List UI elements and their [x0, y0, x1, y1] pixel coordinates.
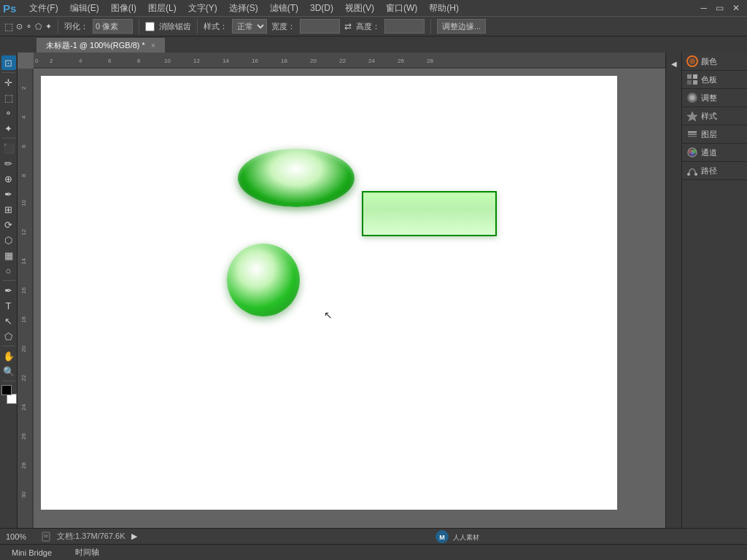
zoom-level: 100%: [6, 532, 35, 541]
svg-text:24: 24: [368, 58, 375, 64]
svg-text:10: 10: [20, 200, 27, 206]
tool-crop[interactable]: ⬛: [1, 141, 16, 155]
sep4: [430, 19, 431, 34]
styles-icon: [686, 110, 698, 122]
doc-arrow[interactable]: ▶: [131, 532, 137, 541]
svg-text:M: M: [439, 534, 445, 541]
tool-move[interactable]: ✛: [1, 75, 16, 90]
canvas-area: 0 2 4 6 8 10 12 14 16 18 20 22 24 26 28: [18, 52, 665, 528]
svg-rect-37: [693, 74, 697, 79]
svg-point-50: [690, 152, 694, 156]
svg-text:28: 28: [427, 58, 433, 64]
svg-rect-44: [688, 131, 697, 133]
width-input[interactable]: [300, 19, 340, 34]
window-minimize[interactable]: ─: [696, 3, 711, 13]
tool-sep4: [2, 346, 15, 346]
window-close[interactable]: ✕: [728, 3, 744, 13]
tool-text[interactable]: T: [1, 298, 16, 313]
menu-3d[interactable]: 3D(D): [304, 1, 339, 15]
width-label: 宽度：: [271, 21, 295, 32]
svg-text:22: 22: [20, 375, 27, 381]
style-label: 样式：: [204, 21, 228, 32]
swap-icon[interactable]: ⇄: [344, 21, 352, 31]
tool-brush[interactable]: ✒: [1, 187, 16, 201]
color-swatches[interactable]: [1, 385, 17, 404]
collapse-icon[interactable]: ◀: [667, 57, 681, 70]
panel-adjustments-label: 调整: [701, 93, 717, 104]
document-tab[interactable]: 未标题-1 @ 100%(RGB/8) * ×: [36, 38, 165, 52]
tool-selection[interactable]: ⊡: [1, 55, 16, 70]
left-toolbar: ⊡ ✛ ⬚ ⚬ ✦ ⬛ ✏ ⊕ ✒ ⊞ ⟳ ⬡ ▦ ○ ✒ T ↖ ⬠ ✋ 🔍: [0, 52, 18, 528]
timeline-tab[interactable]: 时间轴: [69, 545, 105, 559]
ruler-left: 2 4 6 8 10 12 14 16 18 20 22 24 26 28 30: [18, 69, 34, 528]
tab-close[interactable]: ×: [151, 42, 155, 50]
center-logo-area: M 人人素材: [143, 529, 741, 544]
svg-text:28: 28: [20, 462, 27, 469]
tool-sep1: [2, 72, 15, 73]
svg-text:14: 14: [222, 58, 229, 64]
panel-channels[interactable]: 通道: [682, 144, 747, 162]
panel-layers[interactable]: 图层: [682, 125, 747, 144]
ruler-left-svg: 2 4 6 8 10 12 14 16 18 20 22 24 26 28 30: [18, 69, 34, 528]
height-label: 高度：: [356, 21, 380, 32]
tool-eraser[interactable]: ⬡: [1, 233, 16, 247]
menu-help[interactable]: 帮助(H): [423, 1, 465, 16]
shape-icon-oval: ⊙: [16, 22, 23, 31]
shape-icon-poly: ⬠: [35, 22, 42, 31]
svg-text:8: 8: [137, 58, 141, 64]
canvas-container: ↖: [34, 69, 665, 528]
svg-text:24: 24: [20, 404, 27, 411]
svg-rect-36: [687, 74, 692, 79]
tab-label: 未标题-1 @ 100%(RGB/8) *: [46, 40, 145, 51]
menu-select[interactable]: 选择(S): [223, 1, 264, 16]
tool-hand[interactable]: ✋: [1, 349, 16, 363]
height-input[interactable]: [384, 19, 425, 34]
tool-magic-wand[interactable]: ✦: [1, 121, 16, 136]
background-color[interactable]: [7, 394, 17, 404]
window-restore[interactable]: ▭: [711, 3, 728, 13]
svg-rect-39: [693, 80, 697, 85]
svg-text:16: 16: [20, 287, 27, 294]
panel-paths[interactable]: 路径: [682, 162, 747, 180]
antialias-label: 消除锯齿: [159, 21, 191, 32]
menubar: Ps 文件(F) 编辑(E) 图像(I) 图层(L) 文字(Y) 选择(S) 滤…: [0, 0, 747, 16]
tool-marquee[interactable]: ⬚: [1, 90, 16, 105]
foreground-color[interactable]: [1, 385, 12, 395]
canvas[interactable]: ↖: [41, 76, 617, 510]
mini-bridge-tab[interactable]: Mini Bridge: [6, 547, 58, 559]
swatches-icon: [686, 74, 698, 85]
menu-filter[interactable]: 滤镜(T): [264, 1, 304, 16]
paths-icon: [686, 165, 698, 176]
ruler-top: 0 2 4 6 8 10 12 14 16 18 20 22 24 26 28: [34, 52, 665, 69]
svg-text:12: 12: [193, 58, 200, 64]
adjustments-icon: [686, 92, 698, 104]
menu-image[interactable]: 图像(I): [105, 1, 142, 16]
tool-path-select[interactable]: ↖: [1, 314, 16, 328]
panel-swatches[interactable]: 色板: [682, 71, 747, 89]
menu-window[interactable]: 窗口(W): [380, 1, 423, 16]
menu-layer[interactable]: 图层(L): [142, 1, 182, 16]
panel-adjustments[interactable]: 调整: [682, 89, 747, 107]
tool-pen[interactable]: ✒: [1, 283, 16, 298]
tool-shape[interactable]: ⬠: [1, 329, 16, 343]
adjust-edge-button[interactable]: 调整边缘...: [437, 19, 486, 34]
tool-dodge[interactable]: ○: [1, 263, 16, 278]
tool-gradient[interactable]: ▦: [1, 248, 16, 262]
menu-edit[interactable]: 编辑(E): [64, 1, 105, 16]
panel-color[interactable]: 颜色: [682, 52, 747, 71]
feather-input[interactable]: [93, 19, 133, 34]
menu-text[interactable]: 文字(Y): [182, 1, 223, 16]
svg-text:22: 22: [339, 58, 346, 64]
tool-lasso[interactable]: ⚬: [1, 106, 16, 120]
style-select[interactable]: 正常: [232, 19, 267, 34]
menu-file[interactable]: 文件(F): [23, 1, 63, 16]
tool-clone[interactable]: ⊞: [1, 202, 16, 217]
tool-zoom[interactable]: 🔍: [1, 364, 16, 378]
tool-history[interactable]: ⟳: [1, 217, 16, 232]
tool-eyedropper[interactable]: ✏: [1, 156, 16, 171]
svg-text:26: 26: [398, 58, 404, 64]
antialias-checkbox[interactable]: [145, 22, 155, 31]
menu-view[interactable]: 视图(V): [339, 1, 380, 16]
tool-healing[interactable]: ⊕: [1, 171, 16, 186]
panel-styles[interactable]: 样式: [682, 107, 747, 125]
